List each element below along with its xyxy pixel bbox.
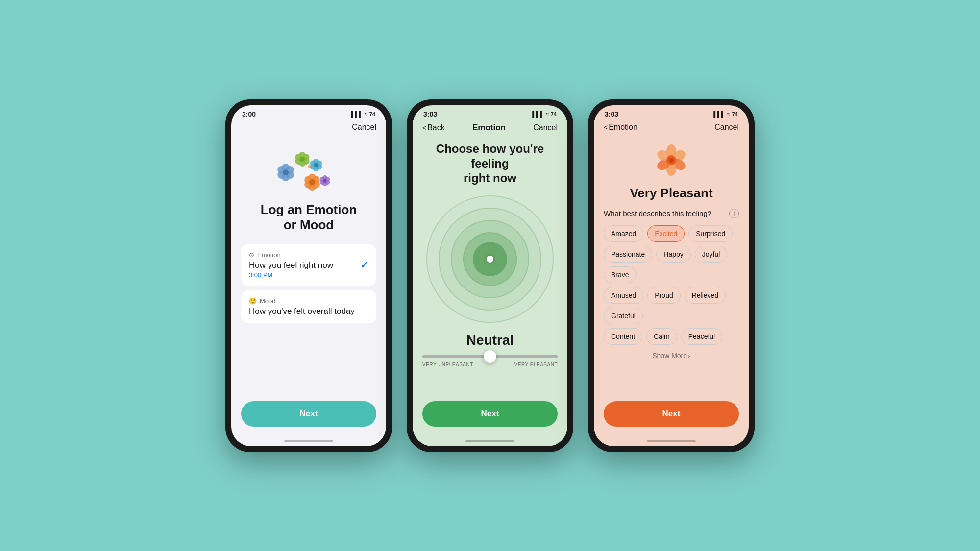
nav-bar-3: < Emotion Cancel (594, 120, 749, 136)
bottom-bar-3 (594, 436, 749, 446)
wifi-icon-1: ≈ (365, 111, 368, 117)
home-indicator-2 (466, 440, 514, 442)
tags-row-1: Amazed Excited Surprised (604, 225, 739, 242)
svg-point-43 (669, 158, 674, 163)
tags-row-4: Content Calm Peaceful (604, 328, 739, 345)
tags-row-3: Amused Proud Relieved Grateful (604, 287, 739, 324)
slider-container: VERY UNPLEASANT VERY PLEASANT (422, 355, 558, 367)
time-1: 3:00 (242, 110, 256, 118)
cancel-button-3[interactable]: Cancel (714, 123, 739, 132)
slider-thumb[interactable] (484, 350, 496, 363)
emotion-label: Emotion (257, 251, 281, 259)
dot-center[interactable] (487, 256, 493, 263)
phone2-title: Choose how you're feelingright now (422, 142, 558, 186)
flowers-illustration (277, 145, 341, 194)
tag-proud[interactable]: Proud (647, 287, 680, 304)
mood-label: Mood (260, 297, 276, 305)
svg-point-35 (308, 165, 312, 168)
next-button-3[interactable]: Next (604, 401, 739, 427)
status-bar-2: 3:03 ▌▌▌ ≈ 74 (413, 105, 567, 120)
cancel-button-1[interactable]: Cancel (352, 123, 376, 132)
describe-label: What best describes this feeling? (604, 209, 711, 217)
mood-icon: 😌 (249, 297, 257, 305)
next-button-1[interactable]: Next (241, 401, 376, 427)
emotion-circle (426, 195, 554, 323)
mood-option[interactable]: 😌 Mood How you've felt overall today (241, 290, 376, 323)
emotion-level-label: Neutral (466, 333, 514, 348)
svg-point-13 (300, 157, 305, 162)
chevron-right-icon: › (688, 352, 690, 359)
emotion-icon: ⊙ (249, 251, 254, 259)
status-icons-3: ▌▌▌ ≈ 74 (713, 111, 738, 117)
emotion-option[interactable]: ⊙ Emotion How you feel right now 3:00 PM… (241, 244, 376, 286)
signal-icon-1: ▌▌▌ (351, 111, 362, 117)
tags-container: Amazed Excited Surprised Passionate Happ… (604, 225, 739, 349)
tag-calm[interactable]: Calm (646, 328, 677, 345)
phone1-content: Log an Emotionor Mood ⊙ Emotion How you … (231, 136, 386, 436)
chevron-icon-2: < (422, 124, 426, 132)
phones-container: 3:00 ▌▌▌ ≈ 74 Cancel (225, 99, 755, 452)
tag-joyful[interactable]: Joyful (695, 246, 728, 263)
battery-1: 74 (369, 111, 375, 117)
nav-bar-1: Cancel (231, 120, 386, 136)
back-button-2[interactable]: < Back (422, 123, 445, 132)
phone1-title: Log an Emotionor Mood (261, 202, 357, 233)
svg-point-20 (314, 163, 318, 167)
show-more[interactable]: Show More › (652, 352, 690, 359)
phone3-content: Very Pleasant What best describes this f… (594, 136, 749, 436)
time-2: 3:03 (423, 110, 437, 118)
mood-description: How you've felt overall today (249, 307, 368, 316)
tag-brave[interactable]: Brave (604, 266, 637, 283)
next-button-2[interactable]: Next (422, 401, 558, 427)
phone-1: 3:00 ▌▌▌ ≈ 74 Cancel (225, 99, 392, 452)
status-bar-1: 3:00 ▌▌▌ ≈ 74 (231, 105, 386, 120)
status-bar-3: 3:03 ▌▌▌ ≈ 74 (594, 105, 749, 120)
status-icons-1: ▌▌▌ ≈ 74 (351, 111, 375, 117)
pleasant-title: Very Pleasant (630, 186, 712, 201)
emotion-checkmark: ✓ (360, 259, 368, 271)
slider-track[interactable] (422, 355, 558, 358)
wifi-icon-3: ≈ (727, 111, 730, 117)
home-indicator-3 (647, 440, 696, 442)
tag-grateful[interactable]: Grateful (604, 308, 643, 324)
chevron-icon-3: < (604, 123, 608, 131)
tag-passionate[interactable]: Passionate (604, 246, 652, 263)
tag-excited[interactable]: Excited (647, 225, 685, 242)
slider-right-label: VERY PLEASANT (514, 362, 558, 367)
phone2-content: Choose how you're feelingright now Neutr… (413, 137, 567, 436)
battery-2: 74 (551, 111, 557, 117)
battery-3: 74 (732, 111, 738, 117)
phone-2: 3:03 ▌▌▌ ≈ 74 < Back Emotion Cancel Choo… (407, 99, 573, 452)
tag-content[interactable]: Content (604, 328, 642, 345)
tag-happy[interactable]: Happy (656, 246, 690, 263)
time-3: 3:03 (605, 110, 618, 118)
slider-left-label: VERY UNPLEASANT (422, 362, 473, 367)
emotion-description: How you feel right now (249, 261, 333, 270)
cancel-button-2[interactable]: Cancel (533, 123, 558, 132)
nav-bar-2: < Back Emotion Cancel (413, 120, 567, 137)
svg-point-34 (323, 179, 327, 182)
emotion-time: 3:00 PM (249, 271, 333, 279)
info-icon[interactable]: i (729, 209, 739, 218)
tag-amazed[interactable]: Amazed (604, 225, 643, 242)
nav-title-2: Emotion (472, 123, 506, 133)
describe-row: What best describes this feeling? i (604, 209, 739, 218)
pleasant-flower-icon (652, 141, 691, 180)
svg-point-27 (309, 179, 315, 185)
wifi-icon-2: ≈ (546, 111, 549, 117)
tag-relieved[interactable]: Relieved (685, 287, 726, 304)
tag-amused[interactable]: Amused (604, 287, 643, 304)
phone-3: 3:03 ▌▌▌ ≈ 74 < Emotion Cancel (588, 99, 755, 452)
svg-point-6 (283, 169, 289, 175)
tag-peaceful[interactable]: Peaceful (681, 328, 722, 345)
back-button-3[interactable]: < Emotion (604, 123, 637, 132)
tag-surprised[interactable]: Surprised (688, 225, 733, 242)
bottom-bar-2 (413, 436, 567, 446)
status-icons-2: ▌▌▌ ≈ 74 (532, 111, 557, 117)
signal-icon-2: ▌▌▌ (532, 111, 543, 117)
signal-icon-3: ▌▌▌ (713, 111, 725, 117)
bottom-bar-1 (231, 436, 386, 446)
tags-row-2: Passionate Happy Joyful Brave (604, 246, 739, 283)
home-indicator-1 (284, 440, 333, 442)
